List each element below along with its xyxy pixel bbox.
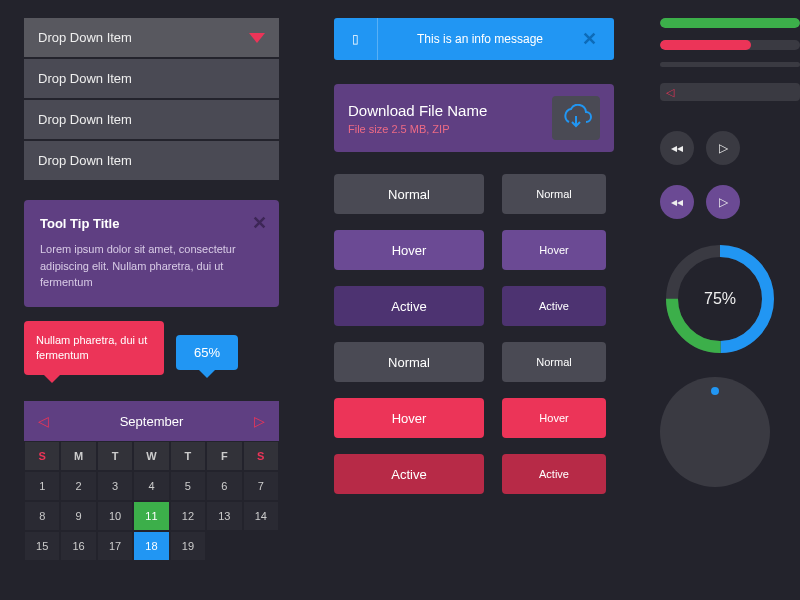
normal-button[interactable]: Normal <box>334 174 484 214</box>
calendar-day[interactable]: 16 <box>60 531 96 561</box>
calendar-next-icon[interactable]: ▷ <box>254 413 265 429</box>
calendar-day[interactable]: 12 <box>170 501 206 531</box>
calendar-day[interactable]: 8 <box>24 501 60 531</box>
tooltip-body: Lorem ipsum dolor sit amet, consectetur … <box>40 241 263 291</box>
dropdown-item[interactable]: Drop Down Item <box>24 100 279 139</box>
rewind-button[interactable]: ◂◂ <box>660 131 694 165</box>
normal-button-sm[interactable]: Normal <box>502 174 606 214</box>
hover-button-sm[interactable]: Hover <box>502 230 606 270</box>
close-icon[interactable]: ✕ <box>252 212 267 234</box>
slider[interactable]: ◁ <box>660 83 800 101</box>
calendar-day-header: S <box>243 441 279 471</box>
download-card[interactable]: Download File Name File size 2.5 MB, ZIP <box>334 84 614 152</box>
dropdown-item[interactable]: Drop Down Item <box>24 18 279 57</box>
dropdown-item[interactable]: Drop Down Item <box>24 59 279 98</box>
dial-knob[interactable] <box>660 377 770 487</box>
info-icon: ▯ <box>334 18 378 60</box>
active-button-sm[interactable]: Active <box>502 454 606 494</box>
calendar-day-header: S <box>24 441 60 471</box>
calendar-day[interactable]: 19 <box>170 531 206 561</box>
active-button[interactable]: Active <box>334 286 484 326</box>
progress-bar-thin <box>660 62 800 67</box>
hover-button[interactable]: Hover <box>334 398 484 438</box>
active-button-sm[interactable]: Active <box>502 286 606 326</box>
calendar-day[interactable]: 11 <box>133 501 169 531</box>
calendar-day-header: M <box>60 441 96 471</box>
donut-label: 75% <box>660 290 780 308</box>
calendar-day-header: T <box>170 441 206 471</box>
calendar-day-header: F <box>206 441 242 471</box>
calendar-day[interactable]: 15 <box>24 531 60 561</box>
download-subtitle: File size 2.5 MB, ZIP <box>348 123 487 135</box>
progress-bar-pink <box>660 40 800 50</box>
info-message: ▯ This is an info message ✕ <box>334 18 614 60</box>
tooltip-blue: 65% <box>176 335 238 370</box>
play-button[interactable]: ▷ <box>706 185 740 219</box>
hover-button[interactable]: Hover <box>334 230 484 270</box>
slider-handle-icon[interactable]: ◁ <box>666 86 674 99</box>
progress-bar-green <box>660 18 800 28</box>
play-button[interactable]: ▷ <box>706 131 740 165</box>
close-icon[interactable]: ✕ <box>582 28 614 50</box>
calendar-day[interactable]: 18 <box>133 531 169 561</box>
hover-button-sm[interactable]: Hover <box>502 398 606 438</box>
chevron-down-icon <box>249 33 265 43</box>
calendar-day[interactable]: 2 <box>60 471 96 501</box>
donut-chart: 75% <box>660 239 780 359</box>
rewind-button[interactable]: ◂◂ <box>660 185 694 219</box>
normal-button[interactable]: Normal <box>334 342 484 382</box>
download-title: Download File Name <box>348 102 487 119</box>
calendar-month: September <box>120 414 184 429</box>
calendar-day-header: W <box>133 441 169 471</box>
calendar-day[interactable]: 5 <box>170 471 206 501</box>
calendar-day[interactable]: 7 <box>243 471 279 501</box>
calendar-day-header: T <box>97 441 133 471</box>
tooltip: ✕ Tool Tip Title Lorem ipsum dolor sit a… <box>24 200 279 307</box>
calendar-day[interactable]: 17 <box>97 531 133 561</box>
dropdown-item[interactable]: Drop Down Item <box>24 141 279 180</box>
tooltip-title: Tool Tip Title <box>40 216 263 231</box>
calendar-prev-icon[interactable]: ◁ <box>38 413 49 429</box>
calendar-day[interactable]: 3 <box>97 471 133 501</box>
calendar-day[interactable]: 13 <box>206 501 242 531</box>
normal-button-sm[interactable]: Normal <box>502 342 606 382</box>
calendar-day[interactable]: 6 <box>206 471 242 501</box>
calendar-day[interactable]: 1 <box>24 471 60 501</box>
calendar-day[interactable]: 4 <box>133 471 169 501</box>
active-button[interactable]: Active <box>334 454 484 494</box>
calendar: ◁ September ▷ SMTWTFS1234567891011121314… <box>24 401 279 561</box>
calendar-day[interactable]: 10 <box>97 501 133 531</box>
cloud-download-icon[interactable] <box>552 96 600 140</box>
dial-indicator-icon <box>711 387 719 395</box>
tooltip-pink: Nullam pharetra, dui ut fermentum <box>24 321 164 376</box>
calendar-day[interactable]: 14 <box>243 501 279 531</box>
button-group: NormalNormal HoverHover ActiveActive Nor… <box>334 174 614 494</box>
calendar-day[interactable]: 9 <box>60 501 96 531</box>
